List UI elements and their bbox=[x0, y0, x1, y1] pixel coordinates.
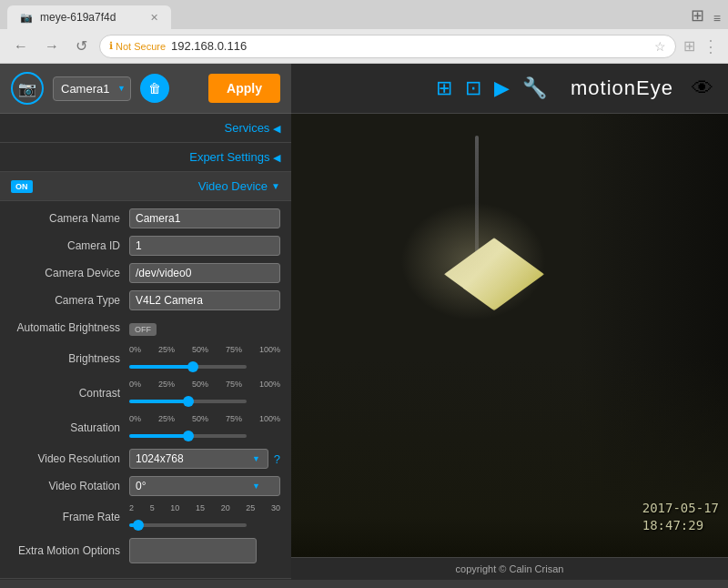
contrast-slider[interactable] bbox=[129, 400, 247, 403]
auto-brightness-label: Automatic Brightness bbox=[11, 321, 129, 334]
services-label: Services bbox=[225, 121, 270, 135]
tab-close-button[interactable]: ✕ bbox=[150, 12, 158, 24]
light-glow bbox=[400, 202, 546, 320]
frame-rate-label: Frame Rate bbox=[11, 511, 129, 523]
help-icon[interactable]: ? bbox=[274, 452, 280, 466]
app-logo: 👁 bbox=[692, 76, 713, 101]
expert-settings-section-header[interactable]: Expert Settings bbox=[0, 143, 291, 172]
browser-chrome: 📷 meye-619a7f4d ✕ ⊞ ≡ ← → ↺ ℹ Not Secure… bbox=[0, 0, 728, 64]
extensions-icon[interactable]: ⊞ bbox=[683, 37, 695, 55]
saturation-label: Saturation bbox=[11, 421, 129, 434]
saturation-slider-container: 0% 25% 50% 75% 100% bbox=[129, 414, 280, 441]
extra-motion-row: Extra Motion Options bbox=[11, 538, 280, 563]
new-tab-button[interactable]: ⊞ bbox=[691, 5, 704, 29]
camera-type-input[interactable] bbox=[129, 290, 280, 310]
tab-bar: 📷 meye-619a7f4d ✕ ⊞ ≡ bbox=[0, 0, 728, 29]
camera-name-row: Camera Name bbox=[11, 208, 280, 228]
brightness-slider-container: 0% 25% 50% 75% 100% bbox=[129, 345, 280, 372]
frame-rate-marks: 2 5 10 15 20 25 30 bbox=[129, 503, 280, 512]
browser-menu-icon[interactable]: ⋮ bbox=[703, 36, 719, 56]
camera-id-label: Camera ID bbox=[11, 239, 129, 252]
delete-camera-button[interactable]: 🗑 bbox=[140, 74, 169, 103]
contrast-marks: 0% 25% 50% 75% 100% bbox=[129, 380, 280, 389]
address-bar[interactable]: ℹ Not Secure 192.168.0.116 ☆ bbox=[99, 35, 676, 58]
frame-rate-slider-container: 2 5 10 15 20 25 30 bbox=[129, 503, 280, 531]
auto-brightness-row: Automatic Brightness OFF bbox=[11, 318, 280, 338]
video-footer: copyright © Calin Crisan bbox=[291, 557, 728, 580]
services-section-header[interactable]: Services bbox=[0, 114, 291, 143]
security-icon: ℹ bbox=[109, 40, 113, 52]
extra-motion-value bbox=[129, 538, 280, 563]
grid-icon[interactable]: ⊞ bbox=[436, 76, 452, 100]
extra-motion-input[interactable] bbox=[129, 538, 257, 563]
settings-icon[interactable]: 🔧 bbox=[522, 76, 547, 100]
play-icon[interactable]: ▶ bbox=[494, 76, 510, 100]
contrast-row: Contrast 0% 25% 50% 75% 100% bbox=[11, 380, 280, 407]
camera-select[interactable]: Camera1 bbox=[53, 76, 131, 101]
active-tab[interactable]: 📷 meye-619a7f4d ✕ bbox=[7, 5, 171, 29]
video-rotation-label: Video Rotation bbox=[11, 480, 129, 492]
trash-icon: 🗑 bbox=[148, 81, 161, 96]
timestamp-time: 18:47:29 bbox=[642, 517, 719, 535]
video-rotation-row: Video Rotation 0° 90° 180° 270° bbox=[11, 476, 280, 496]
on-badge[interactable]: ON bbox=[11, 180, 33, 193]
camera-device-input[interactable] bbox=[129, 263, 280, 283]
forward-button[interactable]: → bbox=[40, 36, 64, 56]
saturation-row: Saturation 0% 25% 50% 75% 100% bbox=[11, 414, 280, 441]
file-storage-section-header[interactable]: File Storage bbox=[0, 579, 291, 580]
video-rotation-select[interactable]: 0° 90° 180° 270° bbox=[129, 476, 280, 496]
brightness-row: Brightness 0% 25% 50% 75% 100% bbox=[11, 345, 280, 372]
browser-navbar: ← → ↺ ℹ Not Secure 192.168.0.116 ☆ ⊞ ⋮ bbox=[0, 29, 728, 64]
video-device-toggle[interactable]: Video Device bbox=[198, 179, 280, 193]
app-title: motionEye bbox=[571, 76, 673, 100]
contrast-label: Contrast bbox=[11, 387, 129, 400]
app-header: ⊞ ⊡ ▶ 🔧 motionEye 👁 bbox=[291, 64, 728, 114]
camera-select-wrapper: Camera1 bbox=[53, 76, 131, 101]
camera-id-input[interactable] bbox=[129, 236, 280, 256]
camera-type-row: Camera Type bbox=[11, 290, 280, 310]
extra-motion-label: Extra Motion Options bbox=[11, 544, 129, 557]
contrast-slider-container: 0% 25% 50% 75% 100% bbox=[129, 380, 280, 407]
auto-brightness-toggle[interactable]: OFF bbox=[129, 323, 157, 336]
bookmark-icon[interactable]: ☆ bbox=[654, 39, 666, 54]
camera-device-label: Camera Device bbox=[11, 267, 129, 279]
brightness-slider[interactable] bbox=[129, 365, 247, 369]
security-indicator: ℹ Not Secure bbox=[109, 40, 166, 52]
brightness-label: Brightness bbox=[11, 352, 129, 365]
camera-name-input[interactable] bbox=[129, 208, 280, 228]
camera-id-row: Camera ID bbox=[11, 236, 280, 256]
video-resolution-row: Video Resolution 1024x768 1280x720 640x4… bbox=[11, 449, 280, 469]
video-rotation-wrapper: 0° 90° 180° 270° bbox=[129, 476, 280, 496]
camera-type-label: Camera Type bbox=[11, 294, 129, 307]
video-area: 2017-05-17 18:47:29 bbox=[291, 114, 728, 557]
camera-feed: 2017-05-17 18:47:29 bbox=[291, 114, 728, 557]
camera-icon-symbol: 📷 bbox=[18, 80, 36, 97]
frame-rate-row: Frame Rate 2 5 10 15 20 25 30 bbox=[11, 503, 280, 531]
back-button[interactable]: ← bbox=[9, 36, 33, 56]
timestamp-date: 2017-05-17 bbox=[642, 500, 719, 518]
saturation-slider[interactable] bbox=[129, 434, 247, 438]
camera-type-value bbox=[129, 290, 280, 310]
camera-timestamp: 2017-05-17 18:47:29 bbox=[642, 500, 719, 535]
brightness-marks: 0% 25% 50% 75% 100% bbox=[129, 345, 280, 354]
camera-device-value bbox=[129, 263, 280, 283]
fullscreen-icon[interactable]: ⊡ bbox=[465, 76, 481, 100]
tab-title: meye-619a7f4d bbox=[40, 11, 116, 24]
video-device-title-bar: ON Video Device bbox=[0, 172, 291, 201]
camera-device-row: Camera Device bbox=[11, 263, 280, 283]
camera-id-value bbox=[129, 236, 280, 256]
video-resolution-label: Video Resolution bbox=[11, 452, 129, 465]
copyright-text: copyright © Calin Crisan bbox=[456, 563, 564, 574]
tab-menu-icon: ≡ bbox=[713, 11, 721, 29]
camera-name-value bbox=[129, 208, 280, 228]
security-text: Not Secure bbox=[116, 41, 166, 52]
video-resolution-select[interactable]: 1024x768 1280x720 640x480 bbox=[129, 449, 268, 469]
camera-name-label: Camera Name bbox=[11, 212, 129, 225]
sidebar: 📷 Camera1 🗑 Apply Services Expert Settin… bbox=[0, 64, 291, 580]
expert-settings-label: Expert Settings bbox=[189, 150, 269, 164]
frame-rate-slider[interactable] bbox=[129, 523, 247, 527]
address-text: 192.168.0.116 bbox=[171, 39, 247, 53]
apply-button[interactable]: Apply bbox=[208, 74, 280, 103]
reload-button[interactable]: ↺ bbox=[71, 35, 92, 56]
tab-favicon: 📷 bbox=[20, 12, 33, 24]
